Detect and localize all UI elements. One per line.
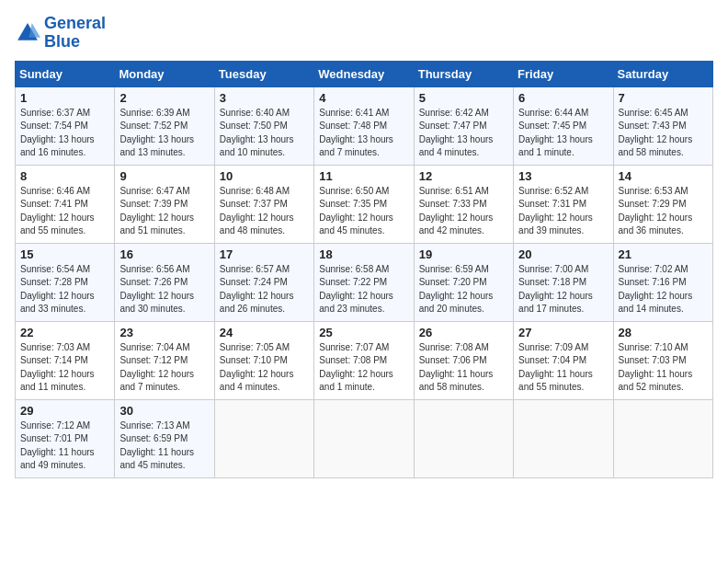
day-number: 16 (119, 247, 209, 261)
day-number: 4 (319, 91, 408, 105)
calendar-cell: 20Sunrise: 7:00 AM Sunset: 7:18 PM Dayli… (514, 243, 613, 321)
day-info: Sunrise: 7:12 AM Sunset: 7:01 PM Dayligh… (20, 419, 109, 473)
calendar-week-row: 29Sunrise: 7:12 AM Sunset: 7:01 PM Dayli… (16, 399, 713, 477)
day-info: Sunrise: 7:13 AM Sunset: 6:59 PM Dayligh… (119, 419, 209, 473)
day-info: Sunrise: 6:54 AM Sunset: 7:28 PM Dayligh… (20, 263, 109, 316)
logo-icon (15, 20, 40, 46)
day-info: Sunrise: 7:07 AM Sunset: 7:08 PM Dayligh… (319, 341, 408, 395)
calendar-cell: 25Sunrise: 7:07 AM Sunset: 7:08 PM Dayli… (314, 321, 414, 399)
weekday-header-row: SundayMondayTuesdayWednesdayThursdayFrid… (16, 61, 713, 86)
day-number: 1 (20, 91, 109, 105)
day-number: 2 (119, 91, 209, 105)
page-header: General Blue (15, 15, 713, 52)
calendar-cell: 12Sunrise: 6:51 AM Sunset: 7:33 PM Dayli… (414, 165, 513, 243)
day-number: 27 (518, 326, 608, 339)
day-info: Sunrise: 6:46 AM Sunset: 7:41 PM Dayligh… (20, 185, 109, 238)
calendar-cell: 1Sunrise: 6:37 AM Sunset: 7:54 PM Daylig… (16, 86, 115, 165)
logo: General Blue (15, 15, 106, 52)
day-number: 8 (20, 169, 109, 183)
day-info: Sunrise: 6:58 AM Sunset: 7:22 PM Dayligh… (319, 263, 408, 316)
calendar-cell (514, 399, 613, 477)
day-number: 13 (518, 169, 608, 183)
day-info: Sunrise: 6:57 AM Sunset: 7:24 PM Dayligh… (220, 263, 309, 316)
day-info: Sunrise: 6:44 AM Sunset: 7:45 PM Dayligh… (518, 107, 608, 160)
calendar-cell: 3Sunrise: 6:40 AM Sunset: 7:50 PM Daylig… (214, 86, 313, 165)
day-number: 9 (119, 169, 209, 183)
day-info: Sunrise: 7:04 AM Sunset: 7:12 PM Dayligh… (119, 341, 209, 395)
calendar-week-row: 22Sunrise: 7:03 AM Sunset: 7:14 PM Dayli… (16, 321, 713, 399)
day-number: 15 (20, 247, 109, 261)
day-info: Sunrise: 7:10 AM Sunset: 7:03 PM Dayligh… (619, 341, 708, 395)
day-number: 18 (319, 247, 408, 261)
calendar-cell: 27Sunrise: 7:09 AM Sunset: 7:04 PM Dayli… (514, 321, 613, 399)
calendar-table: SundayMondayTuesdayWednesdayThursdayFrid… (15, 61, 713, 478)
weekday-header-tuesday: Tuesday (214, 61, 313, 86)
weekday-header-thursday: Thursday (414, 61, 513, 86)
calendar-cell: 22Sunrise: 7:03 AM Sunset: 7:14 PM Dayli… (16, 321, 115, 399)
day-number: 3 (220, 91, 309, 105)
calendar-cell: 30Sunrise: 7:13 AM Sunset: 6:59 PM Dayli… (115, 399, 214, 477)
calendar-cell: 19Sunrise: 6:59 AM Sunset: 7:20 PM Dayli… (414, 243, 513, 321)
calendar-cell: 18Sunrise: 6:58 AM Sunset: 7:22 PM Dayli… (314, 243, 414, 321)
day-info: Sunrise: 6:48 AM Sunset: 7:37 PM Dayligh… (220, 185, 309, 238)
calendar-cell: 29Sunrise: 7:12 AM Sunset: 7:01 PM Dayli… (16, 399, 115, 477)
day-info: Sunrise: 6:47 AM Sunset: 7:39 PM Dayligh… (119, 185, 209, 238)
logo-text: General Blue (44, 15, 106, 52)
day-info: Sunrise: 6:53 AM Sunset: 7:29 PM Dayligh… (619, 185, 708, 238)
day-info: Sunrise: 7:00 AM Sunset: 7:18 PM Dayligh… (518, 263, 608, 316)
day-number: 21 (619, 247, 708, 261)
svg-marker-1 (29, 23, 40, 38)
calendar-cell: 28Sunrise: 7:10 AM Sunset: 7:03 PM Dayli… (613, 321, 712, 399)
day-number: 6 (518, 91, 608, 105)
day-info: Sunrise: 6:42 AM Sunset: 7:47 PM Dayligh… (419, 107, 508, 160)
day-number: 24 (220, 326, 309, 339)
calendar-week-row: 8Sunrise: 6:46 AM Sunset: 7:41 PM Daylig… (16, 165, 713, 243)
day-number: 23 (119, 326, 209, 339)
day-number: 12 (419, 169, 508, 183)
day-info: Sunrise: 6:40 AM Sunset: 7:50 PM Dayligh… (220, 107, 309, 160)
day-number: 28 (619, 326, 708, 339)
day-info: Sunrise: 7:05 AM Sunset: 7:10 PM Dayligh… (220, 341, 309, 395)
calendar-cell: 16Sunrise: 6:56 AM Sunset: 7:26 PM Dayli… (115, 243, 214, 321)
calendar-cell: 15Sunrise: 6:54 AM Sunset: 7:28 PM Dayli… (16, 243, 115, 321)
day-number: 10 (220, 169, 309, 183)
calendar-cell: 13Sunrise: 6:52 AM Sunset: 7:31 PM Dayli… (514, 165, 613, 243)
day-number: 20 (518, 247, 608, 261)
calendar-cell: 9Sunrise: 6:47 AM Sunset: 7:39 PM Daylig… (115, 165, 214, 243)
day-number: 5 (419, 91, 508, 105)
weekday-header-saturday: Saturday (613, 61, 712, 86)
day-info: Sunrise: 7:09 AM Sunset: 7:04 PM Dayligh… (518, 341, 608, 395)
day-number: 7 (619, 91, 708, 105)
calendar-cell (214, 399, 313, 477)
calendar-week-row: 1Sunrise: 6:37 AM Sunset: 7:54 PM Daylig… (16, 86, 713, 165)
day-info: Sunrise: 6:45 AM Sunset: 7:43 PM Dayligh… (619, 107, 708, 160)
calendar-cell: 5Sunrise: 6:42 AM Sunset: 7:47 PM Daylig… (414, 86, 513, 165)
calendar-cell: 23Sunrise: 7:04 AM Sunset: 7:12 PM Dayli… (115, 321, 214, 399)
day-info: Sunrise: 6:41 AM Sunset: 7:48 PM Dayligh… (319, 107, 408, 160)
day-info: Sunrise: 6:37 AM Sunset: 7:54 PM Dayligh… (20, 107, 109, 160)
day-info: Sunrise: 6:51 AM Sunset: 7:33 PM Dayligh… (419, 185, 508, 238)
day-info: Sunrise: 6:56 AM Sunset: 7:26 PM Dayligh… (119, 263, 209, 316)
weekday-header-monday: Monday (115, 61, 214, 86)
day-number: 30 (119, 404, 209, 418)
calendar-cell: 17Sunrise: 6:57 AM Sunset: 7:24 PM Dayli… (214, 243, 313, 321)
day-number: 11 (319, 169, 408, 183)
calendar-cell: 2Sunrise: 6:39 AM Sunset: 7:52 PM Daylig… (115, 86, 214, 165)
day-info: Sunrise: 6:50 AM Sunset: 7:35 PM Dayligh… (319, 185, 408, 238)
calendar-cell: 4Sunrise: 6:41 AM Sunset: 7:48 PM Daylig… (314, 86, 414, 165)
calendar-week-row: 15Sunrise: 6:54 AM Sunset: 7:28 PM Dayli… (16, 243, 713, 321)
calendar-cell (613, 399, 712, 477)
calendar-cell: 26Sunrise: 7:08 AM Sunset: 7:06 PM Dayli… (414, 321, 513, 399)
day-number: 25 (319, 326, 408, 339)
calendar-cell: 14Sunrise: 6:53 AM Sunset: 7:29 PM Dayli… (613, 165, 712, 243)
day-number: 22 (20, 326, 109, 339)
weekday-header-wednesday: Wednesday (314, 61, 414, 86)
day-number: 26 (419, 326, 508, 339)
calendar-cell: 7Sunrise: 6:45 AM Sunset: 7:43 PM Daylig… (613, 86, 712, 165)
calendar-cell: 21Sunrise: 7:02 AM Sunset: 7:16 PM Dayli… (613, 243, 712, 321)
calendar-cell: 24Sunrise: 7:05 AM Sunset: 7:10 PM Dayli… (214, 321, 313, 399)
calendar-cell (414, 399, 513, 477)
calendar-cell: 6Sunrise: 6:44 AM Sunset: 7:45 PM Daylig… (514, 86, 613, 165)
day-number: 19 (419, 247, 508, 261)
day-info: Sunrise: 6:39 AM Sunset: 7:52 PM Dayligh… (119, 107, 209, 160)
